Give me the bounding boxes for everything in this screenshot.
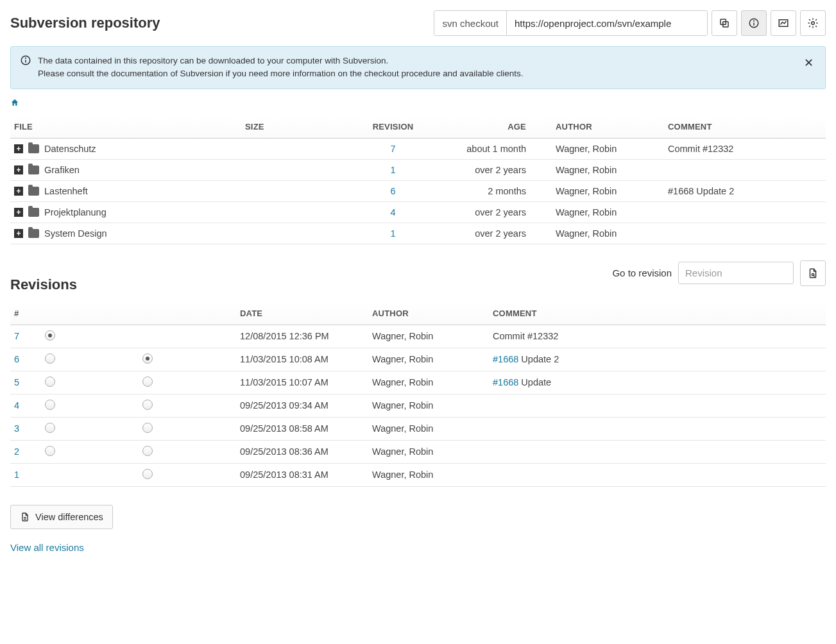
table-row: 611/03/2015 10:08 AMWagner, Robin#1668 U… (10, 348, 826, 371)
goto-revision-label: Go to revision (612, 267, 672, 278)
folder-icon (28, 144, 39, 153)
radio-compare-b[interactable] (142, 353, 153, 364)
revision-id-link[interactable]: 4 (14, 400, 19, 411)
radio-compare-a[interactable] (45, 446, 55, 456)
revision-link[interactable]: 1 (390, 228, 395, 239)
file-comment: Commit #12332 (664, 138, 826, 159)
file-age: about 1 month (433, 138, 552, 159)
table-row: +Lastenheft62 monthsWagner, Robin#1668 U… (10, 180, 826, 201)
revision-link[interactable]: 7 (390, 144, 395, 154)
file-name[interactable]: Grafiken (44, 165, 80, 175)
revision-date: 11/03/2015 10:07 AM (236, 371, 368, 394)
copy-icon (719, 17, 730, 29)
revision-comment: Commit #12332 (493, 331, 558, 341)
file-size (241, 223, 353, 244)
gear-icon (807, 17, 819, 29)
document-icon (807, 267, 819, 279)
goto-revision-input[interactable] (678, 262, 794, 284)
svg-point-10 (812, 273, 814, 275)
expand-icon[interactable]: + (14, 165, 23, 174)
copy-button[interactable] (712, 10, 737, 36)
radio-compare-a[interactable] (45, 377, 55, 387)
revision-id-link[interactable]: 1 (14, 470, 19, 480)
rev-col-radio-a (41, 302, 139, 325)
ticket-link[interactable]: #1668 (493, 377, 518, 387)
revision-id-link[interactable]: 6 (14, 354, 19, 364)
checkout-url-input[interactable] (507, 11, 707, 35)
table-row: +System Design1over 2 yearsWagner, Robin (10, 223, 826, 244)
file-size (241, 201, 353, 223)
folder-icon (28, 229, 39, 238)
revision-author: Wagner, Robin (368, 348, 489, 371)
info-button[interactable] (741, 10, 767, 36)
files-col-file: FILE (10, 115, 241, 139)
info-icon (748, 17, 760, 29)
checkout-label: svn checkout (434, 11, 507, 35)
folder-icon (28, 165, 39, 174)
revision-author: Wagner, Robin (368, 417, 489, 440)
file-comment: #1668 Update 2 (664, 180, 826, 201)
revision-link[interactable]: 1 (390, 165, 395, 175)
expand-icon[interactable]: + (14, 229, 23, 238)
revision-date: 09/25/2013 09:34 AM (236, 394, 368, 417)
file-age: over 2 years (433, 223, 552, 244)
revision-link[interactable]: 6 (390, 186, 395, 196)
revision-id-link[interactable]: 3 (14, 423, 19, 434)
rev-col-comment: COMMENT (489, 302, 826, 325)
file-comment (664, 223, 826, 244)
radio-compare-a[interactable] (45, 423, 55, 433)
file-age: over 2 years (433, 201, 552, 223)
file-author: Wagner, Robin (552, 138, 664, 159)
file-name[interactable]: Lastenheft (44, 186, 88, 196)
revision-author: Wagner, Robin (368, 371, 489, 394)
settings-button[interactable] (800, 10, 826, 36)
file-name[interactable]: Projektplanung (44, 207, 107, 217)
files-col-comment: COMMENT (664, 115, 826, 139)
diff-icon (20, 512, 30, 522)
table-row: 309/25/2013 08:58 AMWagner, Robin (10, 417, 826, 440)
file-name[interactable]: Datenschutz (44, 144, 96, 154)
radio-compare-b[interactable] (142, 423, 153, 433)
expand-icon[interactable]: + (14, 144, 23, 153)
svg-point-6 (812, 22, 815, 25)
revision-date: 12/08/2015 12:36 PM (236, 325, 368, 348)
file-size (241, 180, 353, 201)
revision-author: Wagner, Robin (368, 463, 489, 486)
ticket-link[interactable]: #1668 (493, 354, 518, 364)
folder-icon (28, 187, 39, 196)
rev-col-author: AUTHOR (368, 302, 489, 325)
stats-button[interactable] (771, 10, 796, 36)
view-all-revisions-link[interactable]: View all revisions (10, 542, 84, 553)
revision-id-link[interactable]: 7 (14, 331, 19, 341)
files-col-revision: REVISION (353, 115, 433, 139)
folder-icon (28, 208, 39, 217)
file-comment (664, 201, 826, 223)
radio-compare-b[interactable] (142, 446, 153, 456)
table-row: +Datenschutz7about 1 monthWagner, RobinC… (10, 138, 826, 159)
expand-icon[interactable]: + (14, 187, 23, 196)
file-author: Wagner, Robin (552, 159, 664, 180)
radio-compare-b[interactable] (142, 377, 153, 387)
svg-point-9 (26, 58, 26, 58)
radio-compare-b[interactable] (142, 400, 153, 410)
revision-id-link[interactable]: 2 (14, 446, 19, 457)
revision-date: 09/25/2013 08:36 AM (236, 440, 368, 463)
view-differences-button[interactable]: View differences (10, 505, 113, 529)
revision-link[interactable]: 4 (390, 207, 395, 217)
close-icon[interactable]: ✕ (801, 55, 816, 72)
expand-icon[interactable]: + (14, 208, 23, 217)
radio-compare-b[interactable] (142, 469, 153, 479)
radio-compare-a[interactable] (45, 400, 55, 410)
file-author: Wagner, Robin (552, 201, 664, 223)
info-line-2: Please consult the documentation of Subv… (38, 67, 795, 80)
file-name[interactable]: System Design (44, 228, 107, 239)
files-col-author: AUTHOR (552, 115, 664, 139)
file-size (241, 159, 353, 180)
goto-revision-button[interactable] (800, 260, 826, 286)
files-col-size: SIZE (241, 115, 353, 139)
revision-id-link[interactable]: 5 (14, 377, 19, 387)
home-link[interactable] (10, 99, 19, 109)
radio-compare-a[interactable] (45, 330, 55, 341)
file-age: over 2 years (433, 159, 552, 180)
radio-compare-a[interactable] (45, 353, 55, 364)
